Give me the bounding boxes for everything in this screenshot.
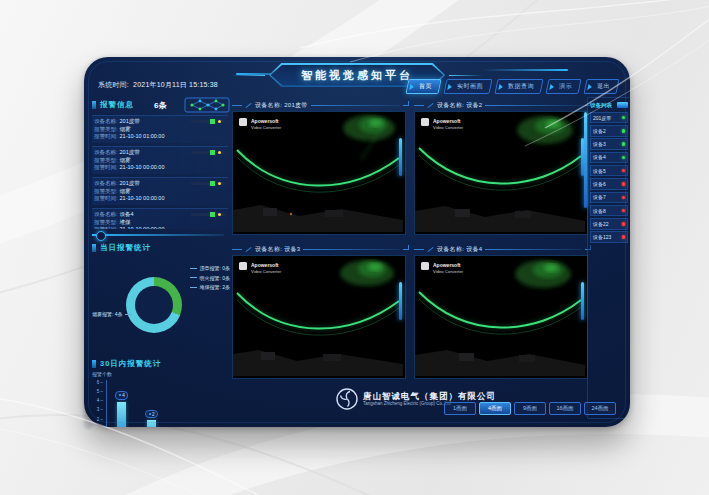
- device-list-scrollbar[interactable]: [584, 112, 587, 208]
- alarm-time-label: 报警时间:: [94, 195, 118, 201]
- device-status-dot: [622, 222, 626, 226]
- nav-button[interactable]: 数据查询: [494, 79, 543, 94]
- device-row-name: 设备6: [593, 181, 606, 187]
- alarm-time-value: 21-10-10 00:00:00: [120, 226, 165, 229]
- video-panel-1[interactable]: 设备名称: 201皮带 Apowersoft Video Converter: [232, 99, 409, 235]
- bar: [147, 420, 156, 427]
- scrollbar-handle[interactable]: [96, 231, 106, 241]
- device-status-dot: [622, 209, 626, 213]
- device-row-name: 设备8: [593, 208, 606, 214]
- watermark-line1: Apowersoft: [251, 262, 279, 268]
- alarm-level-slider[interactable]: [191, 151, 225, 154]
- alarm-type-label: 报警类型:: [94, 188, 118, 194]
- alarm-type-label: 报警类型:: [94, 219, 118, 225]
- alarm-level-slider[interactable]: [191, 182, 225, 185]
- donut-legend-left: 烟雾报警: 4条: [92, 311, 132, 317]
- slider-warn-mark: [218, 151, 221, 154]
- device-row[interactable]: 设备5: [590, 165, 628, 177]
- watermark-line2: Video Converter: [251, 125, 282, 130]
- layout-button[interactable]: 16画面: [549, 402, 581, 415]
- video-feed[interactable]: Apowersoft Video Converter: [414, 255, 588, 379]
- layout-button-label: 9画面: [523, 405, 537, 412]
- device-row-name: 设备4: [593, 154, 606, 160]
- device-status-dot: [622, 129, 626, 133]
- video-content: Apowersoft Video Converter: [415, 112, 585, 232]
- alarm-type-value: 堆煤: [120, 219, 131, 225]
- bar-value-badge: 4: [115, 391, 128, 400]
- nav-button[interactable]: 演示: [545, 79, 581, 94]
- slider-green-mark: [210, 150, 215, 155]
- alarm-sidebar: 报警信息 6条 设备名称:201皮带 报警类型:烟雾 报警时间:21-10-10…: [92, 97, 230, 413]
- alarm-level-slider[interactable]: [191, 120, 225, 123]
- alarm-card[interactable]: 设备名称:201皮带 报警类型:烟雾 报警时间:21-10-10 00:00:0…: [92, 146, 228, 174]
- nav-button[interactable]: 实时画面: [443, 79, 492, 94]
- video-panel-2[interactable]: 设备名称: 设备2 Apowersoft Video Converter: [414, 99, 591, 235]
- video-panel-4[interactable]: 设备名称: 设备4 Apowersoft Video Converter: [414, 243, 591, 379]
- device-list-title: 设备列表: [590, 102, 612, 109]
- device-name-value: 201皮带: [120, 180, 140, 186]
- nav-button[interactable]: 首页: [405, 79, 441, 94]
- video-content: Apowersoft Video Converter: [233, 112, 403, 232]
- layout-button-label: 24画面: [591, 405, 608, 412]
- layout-button[interactable]: 4画面: [479, 402, 511, 415]
- watermark-line2: Video Converter: [433, 269, 464, 274]
- slider-warn-mark: [218, 213, 221, 216]
- device-row-name: 设备3: [593, 141, 606, 147]
- device-row[interactable]: 设备8: [590, 205, 628, 217]
- device-row[interactable]: 设备22: [590, 218, 628, 230]
- screenshot-stage: { "theme": { "accent": "#2fb6ff", "accen…: [0, 0, 709, 495]
- device-row[interactable]: 设备6: [590, 178, 628, 190]
- device-row[interactable]: 设备4: [590, 152, 628, 164]
- alarm-time-label: 报警时间:: [94, 226, 118, 229]
- watermark-line1: Apowersoft: [433, 118, 461, 124]
- bar-chart-y-axis: 6 –5 –4 –3 –2 –1 –0 –: [92, 380, 103, 427]
- nav-button[interactable]: 退出: [583, 79, 619, 94]
- device-name-label: 设备名称:: [94, 211, 118, 217]
- legend-entry: 明火报警: 0条: [190, 275, 230, 281]
- alarm-donut-chart: [126, 277, 182, 333]
- alarm-list-scrollbar[interactable]: [92, 234, 224, 236]
- alarm-level-slider[interactable]: [191, 213, 225, 216]
- company-name-cn: 唐山智诚电气（集团）有限公司: [363, 391, 496, 401]
- dashboard-frame: 系统时间: 2021年10月11日 15:15:38 智能视觉感知平台 首页 实…: [84, 57, 630, 427]
- slider-warn-mark: [218, 120, 221, 123]
- screen-layout-buttons: 1画面 4画面 9画面 16画面 24画面: [444, 402, 616, 415]
- layout-button[interactable]: 9画面: [514, 402, 546, 415]
- monthly-stats-title: 30日内报警统计: [92, 359, 161, 369]
- header-deco-line-right: [482, 69, 568, 71]
- alarm-time-value: 21-10-10 01:00:00: [120, 133, 165, 139]
- video-feed[interactable]: Apowersoft Video Converter: [232, 111, 406, 235]
- bar-column: 2: [139, 410, 165, 427]
- alarm-card[interactable]: 设备名称:201皮带 报警类型:烟雾 报警时间:21-10-10 00:00:0…: [92, 177, 228, 205]
- watermark-line2: Video Converter: [433, 125, 464, 130]
- device-list-panel: 设备列表 201皮带 设备2 设备3: [587, 97, 630, 419]
- device-row[interactable]: 设备7: [590, 192, 628, 204]
- video-scroll-accent[interactable]: [581, 282, 584, 320]
- watermark-line1: Apowersoft: [433, 262, 461, 268]
- device-row[interactable]: 设备3: [590, 138, 628, 150]
- video-scroll-accent[interactable]: [399, 138, 402, 176]
- device-row-name: 设备5: [593, 168, 606, 174]
- video-content: Apowersoft Video Converter: [233, 256, 403, 376]
- device-row[interactable]: 设备123: [590, 231, 628, 243]
- layout-button[interactable]: 24画面: [584, 402, 616, 415]
- video-feed[interactable]: Apowersoft Video Converter: [232, 255, 406, 379]
- alarm-type-value: 烟雾: [120, 126, 131, 132]
- device-row[interactable]: 设备2: [590, 125, 628, 137]
- device-row[interactable]: 201皮带: [590, 112, 628, 124]
- device-status-dot: [622, 182, 626, 186]
- video-content: Apowersoft Video Converter: [415, 256, 585, 376]
- device-list-toggle-button[interactable]: [617, 102, 628, 108]
- video-scroll-accent[interactable]: [399, 282, 402, 320]
- alarm-card[interactable]: 设备名称:设备4 报警类型:堆煤 报警时间:21-10-10 00:00:00: [92, 208, 228, 229]
- device-status-dot: [622, 169, 626, 173]
- watermark-line1: Apowersoft: [251, 118, 279, 124]
- layout-button[interactable]: 1画面: [444, 402, 476, 415]
- video-panel-3[interactable]: 设备名称: 设备3 Apowersoft Video Converter: [232, 243, 409, 379]
- device-row-name: 设备123: [593, 234, 611, 240]
- system-time: 系统时间: 2021年10月11日 15:15:38: [98, 80, 218, 90]
- video-feed[interactable]: Apowersoft Video Converter: [414, 111, 588, 235]
- alarm-card[interactable]: 设备名称:201皮带 报警类型:烟雾 报警时间:21-10-10 01:00:0…: [92, 115, 228, 143]
- alarm-type-value: 烟雾: [120, 157, 131, 163]
- alarm-time-value: 21-10-10 00:00:00: [120, 164, 165, 170]
